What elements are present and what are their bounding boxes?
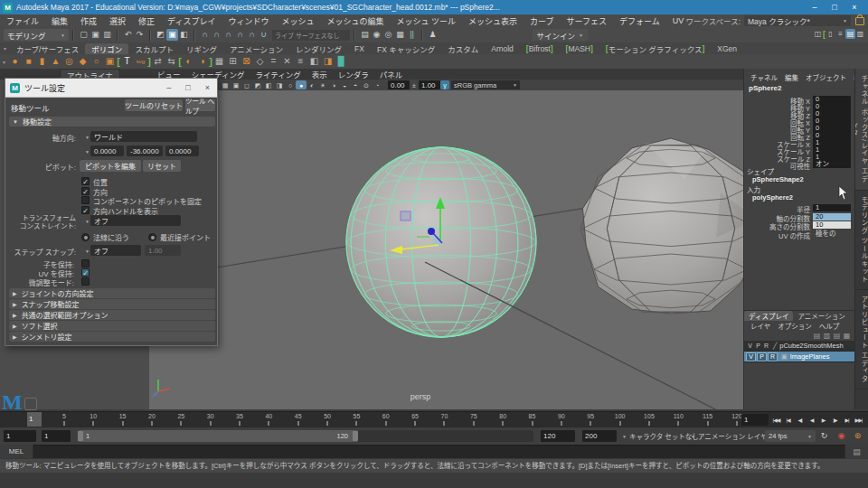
menu-modify[interactable]: 修正	[132, 15, 161, 27]
current-frame-field[interactable]: 1	[741, 414, 769, 426]
type-tool-icon[interactable]: T	[120, 55, 134, 68]
gamma-icon[interactable]: γ	[440, 80, 449, 89]
bevel-icon[interactable]: ◇	[253, 55, 267, 68]
wireframe-icon[interactable]: ○	[285, 80, 296, 89]
tab-channel-box[interactable]: チャネル ボックス/レイヤ エディタ	[855, 69, 868, 191]
layer-tab-anim[interactable]: アニメーション	[793, 311, 849, 321]
step-back-key-button[interactable]: ◀|	[794, 414, 806, 426]
snap-point-icon[interactable]: ∩	[222, 29, 234, 41]
channel-box-menu-channels[interactable]: チャネル	[747, 72, 781, 82]
snap-curve-icon[interactable]: ∩	[211, 29, 222, 41]
shelf-tab-custom[interactable]: カスタム	[441, 43, 485, 54]
shelf-tab-rigging[interactable]: リギング	[180, 43, 223, 54]
menu-surfaces[interactable]: サーフェス	[561, 15, 613, 27]
separate-icon[interactable]: ⇆	[165, 55, 178, 68]
boolean-difference-icon[interactable]: ◑	[195, 55, 209, 68]
gamma-field[interactable]: 1.00	[419, 80, 440, 89]
ipr-render-icon[interactable]: ◎	[382, 29, 394, 41]
menu-mesh-tools[interactable]: メッシュ ツール	[391, 15, 463, 27]
layer-menu-options[interactable]: オプション	[774, 321, 816, 331]
selected-object-name[interactable]: pSphere2	[749, 84, 781, 92]
xray-icon[interactable]: ◔	[372, 80, 382, 89]
animation-preferences-icon[interactable]: ⊛	[852, 430, 863, 442]
poly-plane-icon[interactable]: ◆	[76, 55, 90, 68]
shelf-tab-xgen[interactable]: XGen	[711, 43, 743, 54]
range-slider-bar[interactable]: 1 120	[78, 430, 358, 442]
fps-selector[interactable]: 24 fps ▼	[765, 430, 816, 442]
perspective-viewport[interactable]: persp	[149, 90, 743, 409]
edit-pivot-button[interactable]: ピボットを編集	[80, 160, 141, 172]
playback-loop-icon[interactable]: ↻	[818, 430, 830, 442]
reset-pivot-button[interactable]: リセット	[143, 160, 181, 172]
close-icon[interactable]: ×	[844, 3, 864, 12]
snap-view-plane-icon[interactable]: ∩	[246, 29, 258, 41]
poly-torus-icon[interactable]: ◎	[62, 55, 76, 68]
shelf-tab-arnold[interactable]: Arnold	[485, 43, 520, 54]
bridge-icon[interactable]: =	[267, 55, 280, 68]
checkbox-checked[interactable]: ✓	[81, 206, 90, 214]
command-line-input[interactable]	[33, 445, 844, 458]
transform-constraint-select[interactable]: オフ	[90, 215, 181, 226]
new-layer-from-selected-icon[interactable]: ▦	[842, 332, 852, 341]
command-line-mode-button[interactable]: MEL	[0, 445, 33, 458]
play-forward-button[interactable]: ▶	[817, 414, 829, 426]
move-layer-down-icon[interactable]: ▥	[822, 332, 832, 341]
checkbox-unchecked[interactable]	[81, 277, 90, 286]
auto-keyframe-icon[interactable]: ◉	[835, 430, 847, 442]
menu-file[interactable]: ファイル	[0, 15, 45, 27]
menu-uv[interactable]: UV	[666, 16, 686, 25]
shelf-menu-icon[interactable]: ▾	[0, 45, 10, 52]
section-2[interactable]: ▶共通の選択範囲オプション	[9, 310, 215, 320]
move-settings-section[interactable]: ▼ 移動設定	[9, 117, 215, 127]
quad-draw-icon[interactable]: ◧	[307, 55, 321, 68]
menu-create[interactable]: 作成	[74, 15, 103, 27]
channel-box-menu-object[interactable]: オブジェクト	[802, 72, 850, 82]
minimize-icon[interactable]: –	[159, 83, 178, 92]
menu-edit[interactable]: 編集	[45, 15, 74, 27]
toggle-attribute-editor-icon[interactable]: ◫	[813, 29, 823, 39]
tool-help-button[interactable]: ツール ヘルプ	[185, 99, 215, 111]
menu-edit-mesh[interactable]: メッシュの編集	[320, 15, 390, 27]
smooth-icon[interactable]: ▦	[212, 55, 226, 68]
playback-end-field[interactable]: 120	[541, 430, 575, 442]
live-surface-field[interactable]: ライブ サーフェスなし	[272, 30, 350, 41]
view-transform-selector[interactable]: sRGB gamma ▼	[451, 80, 520, 89]
film-gate-icon[interactable]: ▣	[231, 80, 241, 89]
section-0[interactable]: ▶ジョイントの方向設定	[9, 288, 215, 298]
channel-value-field[interactable]: オン	[813, 161, 851, 168]
checkbox-checked[interactable]: ✓	[81, 268, 90, 277]
toggle-channel-box-icon[interactable]: ≡	[835, 29, 845, 39]
viewport-menu-panels[interactable]: パネル	[374, 69, 409, 80]
poly-cube-icon[interactable]: ■	[22, 55, 35, 68]
make-live-icon[interactable]: ∪	[258, 29, 269, 41]
menu-curves[interactable]: カーブ	[524, 15, 560, 27]
boolean-union-icon[interactable]: ◐	[182, 55, 195, 68]
shelf-tab-animation[interactable]: アニメーション	[223, 43, 289, 54]
close-icon[interactable]: ×	[198, 83, 217, 92]
shelf-tab-polygons[interactable]: ポリゴン	[85, 43, 128, 54]
safe-action-icon[interactable]: ◨	[274, 80, 285, 89]
shelf-tab-rendering[interactable]: レンダリング	[289, 43, 348, 54]
multi-cut-icon[interactable]: ✕	[280, 55, 294, 68]
workspace-selector[interactable]: Maya クラシック* ▼	[744, 15, 851, 26]
poly-cylinder-icon[interactable]: ▮	[35, 55, 49, 68]
shelf-tab-mash[interactable]: [ MASH ]	[560, 43, 599, 54]
reset-tool-button[interactable]: ツールのリセット	[125, 99, 183, 111]
layer-row[interactable]: VPR╱pCube2SmoothMesh	[744, 341, 855, 352]
menu-mesh[interactable]: メッシュ	[275, 15, 320, 27]
checkbox-checked[interactable]: ✓	[81, 177, 90, 185]
save-scene-icon[interactable]: ▥	[101, 29, 113, 41]
snap-grid-icon[interactable]: ∩	[199, 29, 211, 41]
poly-disc-icon[interactable]: ○	[90, 55, 103, 68]
viewport-menu-lighting[interactable]: ライティング	[250, 69, 306, 80]
toggle-outliner-icon[interactable]: ▥	[855, 29, 865, 39]
step-size-field[interactable]: 1.00	[145, 245, 181, 256]
shelf-tab-fx[interactable]: FX	[348, 43, 371, 54]
open-scene-icon[interactable]: ▣	[90, 29, 101, 41]
select-hierarchy-icon[interactable]: ◩	[155, 29, 166, 41]
maximize-icon[interactable]: □	[178, 83, 197, 92]
menu-select[interactable]: 選択	[103, 15, 132, 27]
step-forward-frame-button[interactable]: ▶|	[841, 414, 853, 426]
shape-name[interactable]: pSphereShape2	[752, 175, 804, 183]
isolate-select-icon[interactable]: ⊙	[361, 80, 372, 89]
